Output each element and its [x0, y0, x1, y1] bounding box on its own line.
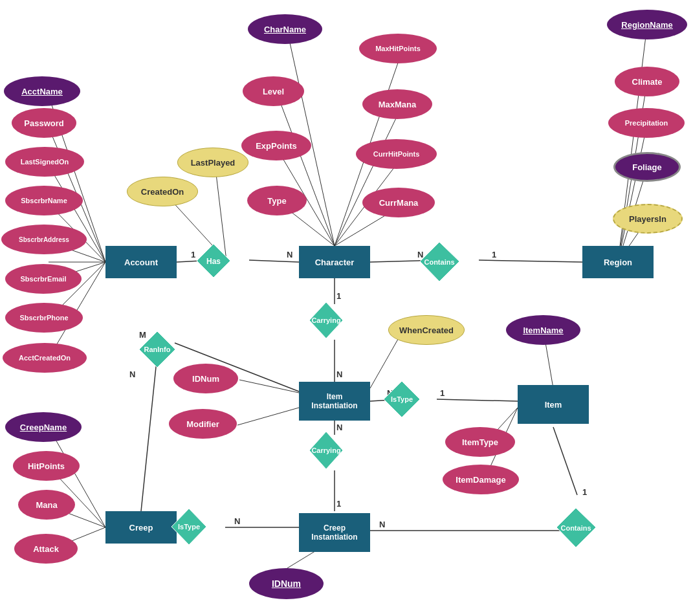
svg-line-35 [335, 105, 402, 246]
contains1-relationship: Contains [419, 241, 461, 283]
whencreated-attr: WhenCreated [388, 315, 465, 345]
istype1-relationship: IsType [382, 380, 421, 421]
regionname-attr: RegionName [607, 10, 687, 39]
playersin-attr: PlayersIn [613, 204, 683, 234]
itemtype-attr: ItemType [445, 427, 515, 457]
svg-text:Has: Has [206, 257, 221, 266]
idnum1-attr: IDNum [173, 364, 238, 393]
climate-attr: Climate [615, 67, 679, 96]
account-entity: Account [105, 246, 177, 278]
sbscrbraddress-attr: SbscrbrAddress [1, 225, 87, 254]
svg-text:N: N [379, 520, 385, 529]
svg-line-11 [141, 355, 157, 511]
svg-text:N: N [336, 369, 342, 379]
creep-entity: Creep [105, 511, 177, 544]
creepname-attr: CreepName [5, 412, 82, 442]
svg-text:1: 1 [492, 250, 496, 259]
svg-text:Carrying: Carrying [311, 316, 340, 324]
precipitation-attr: Precipitation [608, 108, 685, 138]
createdon-attr: CreatedOn [127, 177, 198, 206]
svg-text:RanInfo: RanInfo [144, 346, 171, 353]
has-relationship: Has [195, 243, 232, 279]
foliage-attr: Foliage [613, 152, 681, 182]
svg-text:N: N [129, 369, 135, 379]
acctcreatedon-attr: AcctCreatedOn [3, 343, 87, 373]
carrying1-relationship: Carrying [308, 301, 344, 340]
svg-line-51 [287, 550, 317, 568]
svg-text:N: N [234, 516, 240, 526]
carrying2-relationship: Carrying [308, 430, 344, 469]
svg-text:IsType: IsType [391, 395, 413, 403]
item-entity: Item [518, 385, 589, 424]
character-entity: Character [299, 246, 370, 278]
sbscrbremailattr: SbscrbrEmail [5, 264, 82, 294]
level-attr: Level [243, 76, 304, 106]
itemname-attr: ItemName [506, 315, 580, 345]
svg-text:Carrying: Carrying [311, 446, 340, 454]
mana-attr: Mana [18, 490, 75, 520]
sbscrbrname-attr: SbscrbrName [5, 186, 83, 215]
item-instantiation-entity: ItemInstantiation [299, 382, 370, 421]
currmana-attr: CurrMana [362, 188, 435, 217]
svg-text:1: 1 [336, 291, 341, 301]
contains2-relationship: Contains [555, 507, 597, 549]
attack-attr: Attack [14, 534, 78, 564]
raninfo-relationship: RanInfo [138, 330, 177, 369]
svg-line-3 [479, 260, 582, 262]
type-attr: Type [247, 186, 307, 215]
region-entity: Region [582, 246, 654, 278]
maxhitpoints-attr: MaxHitPoints [359, 34, 437, 63]
svg-text:1: 1 [336, 499, 341, 509]
creep-instantiation-entity: CreepInstantiation [299, 513, 370, 552]
istype2-relationship: IsType [170, 507, 208, 546]
maxmana-attr: MaxMana [362, 89, 432, 119]
svg-text:1: 1 [582, 487, 587, 497]
acctname-attr: AcctName [4, 76, 80, 106]
lastplayed-attr: LastPlayed [177, 148, 248, 177]
lastsignedon-attr: LastSignedOn [5, 147, 84, 177]
svg-line-1 [249, 260, 299, 262]
svg-text:N: N [287, 250, 292, 259]
sbscrbrphone-attr: SbscrbrPhone [5, 303, 83, 333]
svg-text:Contains: Contains [424, 258, 454, 266]
password-attr: Password [12, 108, 76, 138]
svg-text:Contains: Contains [560, 524, 591, 532]
itemdamage-attr: ItemDamage [443, 465, 519, 494]
svg-text:1: 1 [440, 388, 445, 398]
exppoints-attr: ExpPoints [241, 131, 311, 160]
idnum2-attr: IDNum [249, 568, 324, 599]
hitpoints-attr: HitPoints [13, 451, 80, 481]
svg-line-50 [237, 408, 299, 425]
charname-attr: CharName [248, 14, 322, 44]
er-diagram: 1 N N 1 1 N N 1 N 1 M N 1 N N 1 Account [0, 0, 693, 616]
currhitpoints-attr: CurrHitPoints [356, 139, 437, 169]
svg-line-7 [437, 399, 518, 401]
modifier-attr: Modifier [169, 409, 237, 439]
svg-line-15 [553, 427, 577, 495]
svg-line-49 [239, 380, 299, 393]
svg-text:IsType: IsType [178, 523, 200, 531]
